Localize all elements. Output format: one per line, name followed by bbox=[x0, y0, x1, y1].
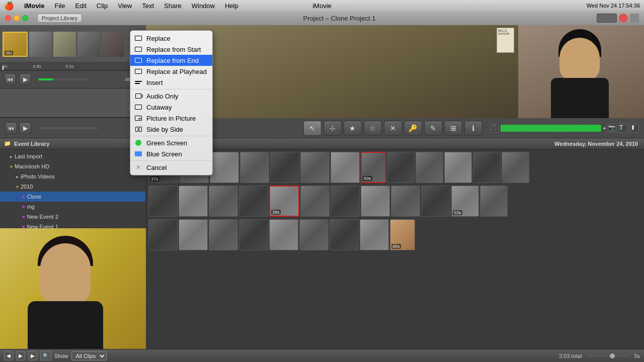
close-button[interactable] bbox=[5, 15, 11, 21]
film-clip[interactable] bbox=[148, 219, 178, 250]
pencil-tool[interactable]: ✎ bbox=[424, 121, 442, 136]
event-2010[interactable]: ▾ 2010 bbox=[0, 182, 145, 192]
film-clip[interactable] bbox=[179, 186, 208, 217]
film-clip[interactable] bbox=[331, 152, 360, 183]
film-clip[interactable] bbox=[361, 186, 390, 217]
event-clone[interactable]: ■ Clone bbox=[0, 192, 145, 202]
text-menu[interactable]: Text bbox=[138, 0, 158, 11]
text-icon[interactable]: T bbox=[619, 124, 628, 133]
minimize-button[interactable] bbox=[14, 15, 20, 21]
info-tool[interactable]: ℹ bbox=[464, 121, 482, 136]
play-bottom-button[interactable]: ▶ bbox=[28, 351, 37, 360]
menu-item-replace-at-playhead[interactable]: Replace at Playhead bbox=[130, 66, 212, 77]
film-clip[interactable] bbox=[239, 219, 268, 250]
film-clip[interactable] bbox=[239, 186, 268, 217]
star-tool[interactable]: ★ bbox=[344, 121, 362, 136]
file-menu[interactable]: File bbox=[50, 0, 69, 11]
star-empty-tool[interactable]: ☆ bbox=[364, 121, 382, 136]
clip-thumb[interactable] bbox=[29, 32, 52, 57]
volume-slider[interactable] bbox=[501, 125, 601, 132]
show-select[interactable]: All Clips bbox=[71, 351, 107, 360]
menu-item-side-by-side[interactable]: Side by Side bbox=[130, 124, 212, 135]
reject-tool[interactable]: ✕ bbox=[384, 121, 402, 136]
new-event-2-label: New Event 2 bbox=[27, 214, 58, 220]
film-clip[interactable] bbox=[330, 219, 359, 250]
play-button[interactable]: ▶ bbox=[19, 73, 31, 85]
project-library-button[interactable]: Project Library bbox=[37, 14, 82, 23]
film-clip-person[interactable]: 45s bbox=[390, 219, 415, 250]
view-menu[interactable]: View bbox=[114, 0, 136, 11]
film-clip[interactable] bbox=[480, 186, 508, 217]
crop-rect-tool[interactable]: ⊞ bbox=[444, 121, 462, 136]
menu-item-replace-from-start[interactable]: Replace from Start bbox=[130, 44, 212, 55]
film-clip[interactable] bbox=[387, 152, 415, 183]
event-new-event-2[interactable]: ■ New Event 2 bbox=[0, 212, 145, 222]
export-icon[interactable]: ⬆ bbox=[630, 124, 639, 133]
film-clip[interactable] bbox=[210, 152, 239, 183]
film-clip[interactable] bbox=[360, 219, 389, 250]
menu-item-cancel[interactable]: ✕ Cancel bbox=[130, 162, 212, 173]
event-last-import[interactable]: ▸ Last Import bbox=[0, 151, 145, 161]
camera-icon[interactable]: 📷 bbox=[608, 124, 617, 133]
clip-thumb[interactable] bbox=[77, 32, 100, 57]
event-library-icon: 📁 bbox=[4, 140, 11, 147]
share-menu[interactable]: Share bbox=[160, 0, 186, 11]
clip-menu[interactable]: Clip bbox=[93, 0, 112, 11]
menu-item-insert[interactable]: Insert bbox=[130, 77, 212, 88]
rewind-button[interactable]: ⏮ bbox=[4, 73, 16, 85]
fullscreen-button[interactable] bbox=[630, 14, 639, 23]
replace-from-end-icon bbox=[134, 56, 142, 64]
film-clip[interactable] bbox=[209, 219, 238, 250]
menu-item-replace[interactable]: Replace bbox=[130, 33, 212, 44]
film-clip[interactable] bbox=[209, 186, 238, 217]
cursor-tool[interactable]: ↖ bbox=[303, 121, 321, 136]
event-macintosh-hd[interactable]: ▾ Macintosh HD bbox=[0, 161, 145, 171]
maximize-button[interactable] bbox=[22, 15, 28, 21]
edit-menu[interactable]: Edit bbox=[71, 0, 90, 11]
film-clip[interactable] bbox=[444, 152, 472, 183]
crop-tool[interactable]: ⊹ bbox=[324, 121, 342, 136]
film-clip[interactable] bbox=[416, 152, 443, 183]
film-clip[interactable] bbox=[300, 186, 330, 217]
film-clip[interactable] bbox=[179, 219, 208, 250]
app-menu[interactable]: iMovie bbox=[20, 0, 48, 11]
menu-item-picture-in-picture[interactable]: Picture in Picture bbox=[130, 113, 212, 124]
film-clip[interactable] bbox=[300, 152, 330, 183]
clip-thumb[interactable] bbox=[102, 32, 124, 57]
clip-thumb[interactable] bbox=[53, 32, 76, 57]
help-menu[interactable]: Help bbox=[221, 0, 243, 11]
event-mg[interactable]: ■ mg bbox=[0, 202, 145, 212]
menu-item-replace-from-end[interactable]: Replace from End bbox=[130, 55, 212, 66]
play-pause-button[interactable]: ▶ bbox=[19, 122, 31, 134]
menu-item-blue-screen[interactable]: Blue Screen bbox=[130, 148, 212, 159]
view-toggle[interactable] bbox=[597, 14, 617, 23]
film-clip[interactable] bbox=[421, 186, 450, 217]
film-clip[interactable] bbox=[473, 152, 501, 183]
forward-button[interactable]: ▶ bbox=[16, 351, 25, 360]
skip-back-button[interactable]: ⏮ bbox=[5, 122, 17, 134]
film-clip[interactable] bbox=[148, 186, 178, 217]
film-clip[interactable] bbox=[299, 219, 329, 250]
window-menu[interactable]: Window bbox=[188, 0, 219, 11]
menu-item-audio-only[interactable]: Audio Only bbox=[130, 90, 212, 102]
film-clip[interactable] bbox=[269, 219, 298, 250]
film-clip[interactable]: 50s bbox=[361, 152, 386, 183]
film-clip[interactable] bbox=[270, 152, 299, 183]
apple-menu[interactable]: 🍎 bbox=[4, 1, 14, 11]
audio-icon[interactable]: 🎵 bbox=[490, 124, 499, 133]
film-clip[interactable] bbox=[391, 186, 420, 217]
film-clip[interactable] bbox=[331, 186, 360, 217]
back-button[interactable]: ◀ bbox=[4, 351, 13, 360]
menu-item-cutaway[interactable]: Cutaway bbox=[130, 102, 212, 113]
film-clip[interactable]: 53s bbox=[451, 186, 479, 217]
menu-item-green-screen[interactable]: Green Screen bbox=[130, 137, 212, 148]
film-clip[interactable] bbox=[240, 152, 269, 183]
zoom-button[interactable]: 🔍 bbox=[40, 351, 51, 360]
film-clip[interactable]: 38s bbox=[269, 186, 299, 217]
event-iphoto[interactable]: ▸ iPhoto Videos bbox=[0, 171, 145, 182]
film-clip[interactable] bbox=[502, 152, 529, 183]
key-tool[interactable]: 🔑 bbox=[404, 121, 422, 136]
macintosh-hd-label: Macintosh HD bbox=[15, 163, 49, 169]
picture-in-picture-icon bbox=[134, 114, 142, 122]
record-button[interactable] bbox=[619, 14, 628, 23]
